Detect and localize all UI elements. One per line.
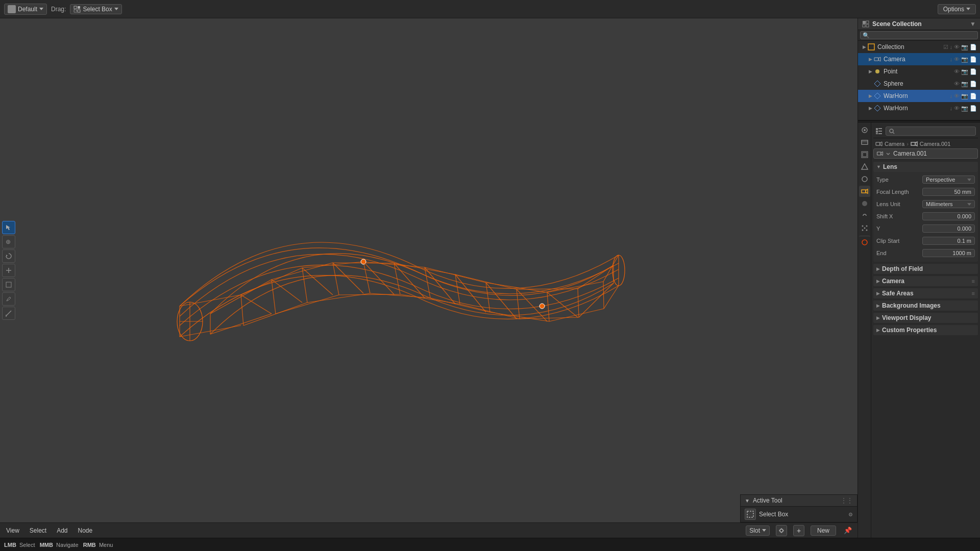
filter-icon[interactable]	[875, 128, 883, 135]
pin-button[interactable]: 📌	[842, 525, 853, 536]
view-menu[interactable]: View	[4, 526, 21, 535]
annotate-tool-button[interactable]	[2, 292, 15, 306]
outliner-filter-icon[interactable]: ▼	[970, 20, 976, 28]
render-props-icon[interactable]	[859, 124, 870, 136]
view-layer-props-icon[interactable]	[859, 149, 870, 160]
active-tool-row: Select Box ⚙	[741, 507, 857, 522]
wh2-arrow-icon[interactable]: ↓	[950, 105, 953, 112]
dof-arrow: ▶	[876, 266, 880, 271]
active-tool-menu-dots[interactable]: ⋮⋮	[841, 497, 853, 504]
scene-props-icon[interactable]	[859, 161, 870, 172]
custom-props-header[interactable]: ▶ Custom Properties	[873, 325, 978, 335]
rotate-tool-button[interactable]	[2, 249, 15, 263]
workspace-selector[interactable]: Default	[4, 4, 47, 15]
cam-data-icon[interactable]: 📄	[970, 56, 977, 63]
restrict-icon[interactable]: ↓	[950, 44, 953, 51]
bg-images-arrow: ▶	[876, 303, 880, 308]
origin-icon-button[interactable]	[776, 525, 787, 536]
shift-x-value[interactable]: 0.000	[922, 212, 975, 220]
world-props-icon[interactable]	[859, 173, 870, 185]
collapse-button[interactable]: ▼	[745, 498, 750, 504]
add-material-button[interactable]: +	[793, 525, 804, 536]
point-data-icon[interactable]: 📄	[970, 68, 977, 75]
clip-start-value[interactable]: 0.1 m	[922, 237, 975, 245]
point-render-icon[interactable]: 📷	[961, 68, 968, 75]
camera-section-header[interactable]: ▶ Camera ≡	[873, 276, 978, 286]
focal-length-value[interactable]: 50 mm	[922, 188, 975, 196]
output-props-icon[interactable]	[859, 137, 870, 148]
sphere-render-icon[interactable]: 📷	[961, 81, 968, 87]
svg-point-110	[862, 240, 867, 245]
cam-render-icon[interactable]: 📷	[961, 56, 968, 63]
vp-display-header[interactable]: ▶ Viewport Display	[873, 313, 978, 323]
svg-line-37	[547, 282, 603, 292]
safe-areas-menu[interactable]: ≡	[972, 290, 975, 296]
particles-props-icon[interactable]	[859, 222, 870, 234]
tree-item-collection[interactable]: ▶ Collection ☑ ↓ 👁 📷 📄	[858, 41, 980, 53]
wh2-render-icon[interactable]: 📷	[961, 105, 968, 112]
camera-section-menu[interactable]: ≡	[972, 278, 975, 284]
props-search-input[interactable]	[897, 128, 972, 134]
dof-header[interactable]: ▶ Depth of Field	[873, 264, 978, 274]
options-button[interactable]: Options	[938, 4, 976, 14]
lens-unit-dropdown[interactable]: Millimeters	[922, 200, 975, 208]
svg-point-60	[540, 304, 545, 309]
cam-arrow-icon[interactable]: ↓	[950, 56, 953, 63]
shift-y-value[interactable]: 0.000	[922, 224, 975, 233]
wh1-eye-icon[interactable]: 👁	[954, 93, 960, 99]
outliner-search-input[interactable]	[860, 31, 978, 39]
svg-line-67	[425, 267, 455, 304]
viewport[interactable]: .horn-line { stroke: #e8620a; stroke-wid…	[0, 18, 857, 538]
sphere-eye-icon[interactable]: 👁	[954, 81, 960, 87]
clip-end-value[interactable]: 1000 m	[922, 249, 975, 257]
select-menu[interactable]: Select	[28, 526, 48, 535]
object-constraint-props-icon[interactable]	[859, 210, 870, 221]
transform-tool-button[interactable]	[2, 278, 15, 291]
tree-item-camera[interactable]: ▶ Camera ↓ 👁 📷 📄	[858, 53, 980, 65]
tree-item-point[interactable]: ▶ Point 👁 📷 📄	[858, 65, 980, 78]
tree-item-warhorn-1[interactable]: ▶ WarHorn ↓ 👁 📷 📄	[858, 90, 980, 102]
tree-item-sphere[interactable]: Sphere 👁 📷 📄	[858, 78, 980, 90]
wh1-data-icon[interactable]: 📄	[970, 93, 977, 99]
svg-line-65	[363, 262, 394, 294]
svg-point-108	[862, 230, 863, 231]
viewport-toolbar: ⊕	[2, 221, 15, 320]
scale-tool-button[interactable]	[2, 264, 15, 277]
render-icon[interactable]: 📷	[961, 44, 968, 51]
bg-images-header[interactable]: ▶ Background Images	[873, 300, 978, 311]
type-dropdown[interactable]: Perspective	[922, 176, 975, 184]
data-icon[interactable]: 📄	[970, 44, 977, 51]
svg-line-63	[302, 268, 333, 295]
wh1-arrow-icon[interactable]: ↓	[950, 93, 953, 99]
cam-eye-icon[interactable]: 👁	[954, 56, 960, 63]
wh2-eye-icon[interactable]: 👁	[954, 105, 960, 112]
select-tool-button[interactable]	[2, 221, 15, 234]
lens-unit-row: Lens Unit Millimeters	[876, 198, 975, 210]
select-box-button[interactable]: Select Box	[70, 4, 121, 14]
new-material-button[interactable]: New	[811, 525, 836, 536]
svg-line-42	[210, 314, 272, 334]
add-menu[interactable]: Add	[55, 526, 69, 535]
move-tool-button[interactable]: ⊕	[2, 235, 15, 248]
tree-item-warhorn-2[interactable]: ▶ WarHorn ↓ 👁 📷 📄	[858, 102, 980, 114]
node-menu[interactable]: Node	[76, 526, 95, 535]
material-props-icon[interactable]	[859, 198, 870, 209]
svg-point-96	[864, 129, 866, 131]
svg-point-104	[862, 201, 867, 206]
slot-selector[interactable]: Slot	[746, 525, 770, 536]
sphere-data-icon[interactable]: 📄	[970, 81, 977, 87]
safe-areas-header[interactable]: ▶ Safe Areas ≡	[873, 288, 978, 298]
workspace-chevron	[39, 8, 43, 10]
point-eye-icon[interactable]: 👁	[954, 68, 960, 75]
object-data-props-icon[interactable]	[859, 186, 870, 197]
eye-icon[interactable]: 👁	[954, 44, 960, 51]
view-layer-icon[interactable]: ☑	[943, 44, 948, 51]
viewport-canvas[interactable]: .horn-line { stroke: #e8620a; stroke-wid…	[0, 18, 857, 522]
wh1-render-icon[interactable]: 📷	[961, 93, 968, 99]
wh2-data-icon[interactable]: 📄	[970, 105, 977, 112]
svg-rect-4	[74, 6, 77, 9]
tool-settings-icon[interactable]: ⚙	[848, 512, 853, 517]
particles-system-icon[interactable]	[859, 236, 870, 247]
lens-section-header[interactable]: ▼ Lens	[873, 162, 978, 172]
measure-tool-button[interactable]	[2, 307, 15, 320]
